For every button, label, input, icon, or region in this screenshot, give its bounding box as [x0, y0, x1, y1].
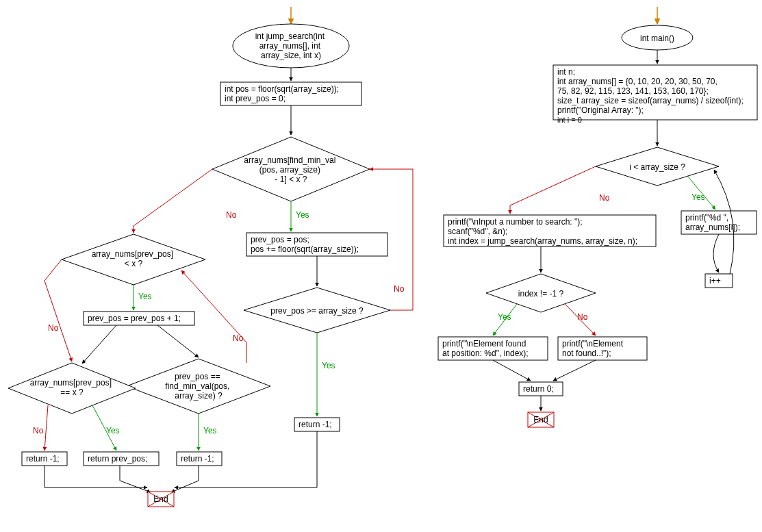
edge-yes-label: Yes — [138, 292, 152, 301]
arrow-icon — [553, 360, 596, 381]
arrow-icon — [493, 360, 531, 381]
edge-no-icon — [134, 169, 212, 233]
start-node-label: int jump_search(int array_nums[], int ar… — [255, 31, 327, 60]
init-line-2: int prev_pos = 0; — [225, 94, 285, 103]
init-line-1: int pos = floor(sqrt(array_size)); — [225, 84, 339, 94]
index-cond-text: index != -1 ? — [518, 289, 564, 299]
edge-yes-label: Yes — [106, 426, 120, 435]
cond2-text: prev_pos >= array_size ? — [270, 306, 364, 316]
edge-no-label: No — [226, 210, 237, 220]
arrow-icon — [713, 234, 719, 273]
edge-no-icon — [510, 166, 596, 214]
edge-no-label: No — [577, 312, 588, 322]
edge-yes-label: Yes — [203, 426, 217, 435]
flowchart-jump-search: int jump_search(int array_nums[], int ar… — [8, 7, 413, 507]
return0-text: return 0; — [523, 384, 554, 394]
cond2-return-text: return -1; — [299, 420, 332, 429]
edge-yes-label: Yes — [296, 210, 309, 220]
arrow-icon — [82, 325, 116, 364]
cond4-text: prev_pos == find_min_val(pos, array_size… — [165, 372, 231, 401]
edge-yes-label: Yes — [498, 312, 511, 322]
arrow-icon — [157, 325, 199, 357]
edge-no-label: No — [48, 323, 59, 333]
cond5-yes-return-text: return prev_pos; — [88, 454, 147, 464]
end-label-main: End — [533, 415, 548, 425]
edge-no-icon — [45, 259, 72, 362]
arrow-icon — [45, 466, 147, 487]
edge-yes-label: Yes — [691, 192, 705, 202]
edge-no-icon — [45, 405, 48, 451]
end-label: End — [153, 494, 168, 504]
loop-inc-text: i++ — [709, 276, 721, 286]
cond3-inc-text: prev_pos = prev_pos + 1; — [88, 314, 181, 323]
start-node-main-label: int main() — [640, 34, 674, 43]
arrow-icon — [171, 466, 199, 492]
loop-cond-text: i < array_size ? — [629, 162, 685, 172]
found-text: printf("\nElement found at position: %d"… — [442, 339, 529, 358]
flowchart-canvas: int jump_search(int array_nums[], int ar… — [0, 0, 762, 532]
edge-no-label: No — [599, 193, 610, 203]
edge-yes-label: Yes — [322, 361, 335, 370]
cond4-return-text: return -1; — [181, 454, 214, 464]
edge-no-label: No — [233, 333, 244, 343]
flowchart-main: int main() int n; int array_nums[] = {0,… — [438, 7, 757, 427]
edge-no-label: No — [33, 426, 44, 435]
cond5-no-return-text: return -1; — [26, 454, 60, 464]
arrow-icon — [120, 466, 151, 492]
edge-no-label: No — [394, 284, 405, 294]
